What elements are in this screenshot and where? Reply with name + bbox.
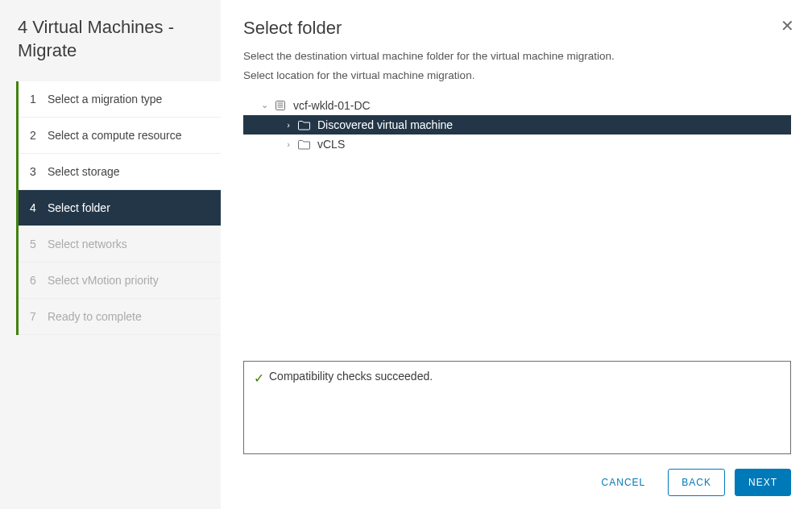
check-icon: ✓ <box>254 370 264 386</box>
page-description-2: Select location for the virtual machine … <box>243 68 791 84</box>
wizard-title: 4 Virtual Machines - Migrate <box>14 16 221 62</box>
tree-node-vcls[interactable]: › vCLS <box>243 134 791 154</box>
tree-node-label: vCLS <box>317 138 345 151</box>
folder-icon <box>298 138 313 151</box>
page-description-1: Select the destination virtual machine f… <box>243 48 791 64</box>
wizard-footer: CANCEL BACK NEXT <box>243 469 791 496</box>
chevron-right-icon[interactable]: › <box>284 139 293 149</box>
step-number: 7 <box>30 310 39 323</box>
chevron-right-icon[interactable]: › <box>284 120 293 130</box>
tree-node-label: Discovered virtual machine <box>317 118 453 131</box>
cancel-button[interactable]: CANCEL <box>589 469 659 496</box>
tree-node-discovered-vm[interactable]: › Discovered virtual machine <box>243 115 791 134</box>
chevron-down-icon[interactable]: ⌄ <box>259 100 269 110</box>
step-number: 5 <box>30 238 39 250</box>
compatibility-message: Compatibility checks succeeded. <box>269 370 433 383</box>
step-networks: 5 Select networks <box>19 226 221 263</box>
step-folder[interactable]: 4 Select folder <box>19 190 221 226</box>
step-number: 2 <box>30 129 39 142</box>
wizard-sidebar: 4 Virtual Machines - Migrate 1 Select a … <box>0 0 221 509</box>
folder-tree: ⌄ vcf-wkld-01-DC › Discovered virtual ma… <box>243 96 791 154</box>
step-label: Select folder <box>48 201 110 214</box>
step-compute-resource[interactable]: 2 Select a compute resource <box>19 118 221 154</box>
next-button[interactable]: NEXT <box>735 469 791 496</box>
step-vmotion-priority: 6 Select vMotion priority <box>19 263 221 299</box>
back-button[interactable]: BACK <box>668 469 725 496</box>
tree-node-datacenter[interactable]: ⌄ vcf-wkld-01-DC <box>243 96 791 115</box>
step-label: Select a migration type <box>48 93 162 106</box>
compatibility-status: ✓ Compatibility checks succeeded. <box>243 361 791 454</box>
step-label: Select networks <box>48 238 127 250</box>
datacenter-icon <box>274 99 288 112</box>
step-ready: 7 Ready to complete <box>19 299 221 335</box>
step-number: 4 <box>30 201 39 214</box>
step-number: 6 <box>30 274 39 287</box>
step-number: 3 <box>30 165 39 178</box>
wizard-steps: 1 Select a migration type 2 Select a com… <box>16 81 221 335</box>
page-title: Select folder <box>243 18 791 39</box>
step-label: Select storage <box>48 165 120 178</box>
step-label: Select vMotion priority <box>48 274 159 287</box>
folder-icon <box>298 118 313 131</box>
step-migration-type[interactable]: 1 Select a migration type <box>19 81 221 118</box>
step-label: Ready to complete <box>48 310 142 323</box>
step-storage[interactable]: 3 Select storage <box>19 154 221 190</box>
main-panel: ✕ Select folder Select the destination v… <box>221 0 812 509</box>
step-number: 1 <box>30 93 39 106</box>
step-label: Select a compute resource <box>48 129 182 142</box>
close-icon[interactable]: ✕ <box>781 18 794 34</box>
tree-node-label: vcf-wkld-01-DC <box>293 99 371 112</box>
